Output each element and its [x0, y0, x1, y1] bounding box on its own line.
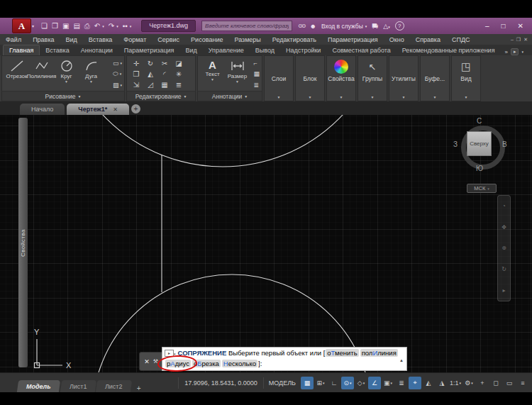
status-isolate-objects-icon[interactable]: ◻	[489, 377, 502, 389]
viewcube-face-top[interactable]: Сверху	[467, 131, 492, 156]
status-status-menu-icon[interactable]: ≡	[516, 377, 529, 389]
search-input[interactable]	[201, 21, 292, 31]
tool-scale-icon[interactable]: ◿	[148, 81, 153, 89]
panel-clipboard-expand-icon[interactable]: ▼	[433, 95, 437, 99]
status-customization-icon[interactable]: +	[476, 377, 489, 389]
mtext-icon[interactable]: ≣	[253, 82, 259, 89]
status-ortho-icon[interactable]: ∟	[328, 377, 340, 389]
ucs-badge[interactable]: МСК▾	[467, 184, 497, 193]
ribbon-tab-управление[interactable]: Управление	[203, 45, 250, 55]
maximize-button[interactable]: □	[501, 22, 506, 30]
app-logo[interactable]: A	[12, 18, 31, 33]
status-dynamic-input-icon[interactable]: ⌖	[409, 377, 421, 389]
ribbon-tab-вставка[interactable]: Вставка	[40, 45, 74, 55]
panel-utilities[interactable]: Утилиты▼	[389, 55, 419, 101]
command-option-отменить[interactable]: оТменить	[326, 349, 358, 357]
tool-stretch-icon[interactable]: ⇲	[133, 81, 139, 89]
status-annotation-autoscale-icon[interactable]: ◮	[436, 377, 448, 389]
ribbon-tab-рекомендованные приложения[interactable]: Рекомендованные приложения	[397, 45, 501, 55]
help-icon[interactable]: ?	[395, 21, 404, 30]
menu-вид[interactable]: Вид	[60, 34, 83, 45]
command-option-несколько[interactable]: Несколько	[222, 360, 257, 367]
menu-файл[interactable]: Файл	[0, 34, 27, 45]
panel-block[interactable]: Блок▼	[295, 55, 325, 101]
ribbon-tab-параметризация[interactable]: Параметризация	[118, 45, 180, 55]
orbit-icon[interactable]: ↻	[501, 266, 506, 272]
viewcube-east[interactable]: В	[502, 140, 507, 148]
status-clean-screen-icon[interactable]: ▭	[503, 377, 516, 389]
tool-trim-icon[interactable]: ✂	[162, 60, 167, 67]
status-lineweight-icon[interactable]: ≣	[395, 377, 408, 389]
tool-dimension[interactable]: Размер▼	[225, 57, 250, 91]
exchange-apps-icon[interactable]: △▾	[383, 23, 389, 30]
panel-block-expand-icon[interactable]: ▼	[309, 95, 312, 99]
minimize-button[interactable]: –	[485, 22, 489, 30]
video-dropdown-icon[interactable]: ▾	[521, 50, 523, 54]
status-snap-mode-icon[interactable]: ⊞▾	[314, 377, 327, 389]
menu-формат[interactable]: Формат	[118, 34, 152, 45]
pan-icon[interactable]: ✥	[501, 224, 506, 231]
menu-параметризация[interactable]: Параметризация	[322, 34, 384, 45]
tool-leader[interactable]: ⌐	[253, 60, 260, 67]
tool-explode-icon[interactable]: ✳	[176, 70, 182, 78]
panel-clipboard[interactable]: Буфе...▼	[420, 55, 450, 101]
ribbon-tab-вывод[interactable]: Вывод	[250, 45, 280, 55]
commandline-close-icon[interactable]: ✕	[144, 358, 150, 365]
tool-line[interactable]: Отрезок	[4, 57, 29, 91]
tool-circle[interactable]: Круг▼	[54, 57, 79, 91]
panel-properties-expand-icon[interactable]: ▼	[340, 95, 343, 99]
ribbon-overflow-icon[interactable]: »	[505, 49, 508, 55]
tool-fillet-icon[interactable]: ◜	[163, 70, 166, 78]
save-file-icon[interactable]: ▣	[62, 23, 69, 30]
menu-размеры[interactable]: Размеры	[228, 34, 266, 45]
viewcube-north[interactable]: С	[477, 117, 482, 125]
status-workspace-settings-icon[interactable]: ⚙▾	[462, 377, 475, 389]
save-as-icon[interactable]: ▤	[73, 23, 79, 30]
properties-palette-tab[interactable]: Свойства	[18, 118, 28, 367]
redo-dropdown-icon[interactable]: ▾	[116, 24, 118, 28]
panel-view-expand-icon[interactable]: ▼	[465, 95, 468, 99]
qat-customize-dropdown-icon[interactable]: ▾	[130, 24, 132, 28]
zoom-icon[interactable]: ⊕	[501, 245, 506, 251]
user-icon[interactable]: ☻	[309, 23, 316, 30]
doc-close-button[interactable]: ✕	[523, 37, 528, 43]
cart-icon[interactable]: ⛟	[372, 23, 378, 30]
open-file-icon[interactable]: ❐	[52, 23, 58, 30]
menu-спдс[interactable]: СПДС	[446, 34, 476, 45]
layout-tab-лист2[interactable]: Лист2	[96, 380, 132, 392]
menu-сервис[interactable]: Сервис	[152, 34, 185, 45]
viewcube-west[interactable]: З	[453, 140, 458, 148]
doc-restore-button[interactable]: ❐	[516, 37, 521, 43]
command-history-toggle[interactable]: ▲	[399, 355, 404, 365]
rectangle-icon[interactable]: ▭	[113, 60, 119, 67]
ribbon-tab-надстройки[interactable]: Надстройки	[280, 45, 326, 55]
ribbon-tab-главная[interactable]: Главная	[3, 45, 40, 55]
search-binoculars-icon[interactable]: ⊙⊙	[298, 23, 304, 29]
panel-utilities-expand-icon[interactable]: ▼	[402, 95, 406, 99]
tool-ellipse[interactable]: ⬭▾	[113, 70, 122, 78]
doc-tab-[interactable]: Начало	[20, 104, 65, 115]
tool-offset-icon[interactable]: ≣	[176, 81, 182, 89]
tool-mirror-icon[interactable]: ◭	[148, 70, 153, 78]
showmotion-icon[interactable]: ▸	[502, 287, 505, 294]
panel-layers[interactable]: Слои▼	[264, 55, 294, 101]
panel-groups[interactable]: ↖Группы▼	[358, 55, 387, 101]
status-isodraft-icon[interactable]: ◇▾	[355, 377, 367, 389]
layout-tab-модель[interactable]: Модель	[17, 380, 60, 392]
plot-icon[interactable]: ⎙	[84, 23, 90, 30]
panel-groups-expand-icon[interactable]: ▼	[371, 95, 375, 99]
doc-tab-close-icon[interactable]: ✕	[113, 106, 118, 113]
panel-modify-footer[interactable]: Редактирование▼	[127, 91, 195, 101]
status-object-snap-icon[interactable]: ▣▾	[382, 377, 394, 389]
hatch-icon[interactable]: ▨	[113, 82, 119, 89]
tool-mtext[interactable]: ≣	[253, 82, 260, 89]
commandline-window[interactable]: ▸▾СОПРЯЖЕНИЕ Выберите первый объект или …	[162, 347, 407, 371]
menu-вставка[interactable]: Вставка	[83, 34, 118, 45]
status-grid-icon[interactable]: ▦	[301, 377, 314, 389]
drawing-canvas[interactable]: Y X Свойства Сверху С Ю З В МСК▾ ◔✥⊕↻▸	[0, 115, 532, 372]
tool-rotate-icon[interactable]: ↻	[148, 60, 153, 67]
tool-polyline[interactable]: Полилиния	[29, 57, 54, 91]
status-annotation-scale-icon[interactable]: 1:1▾	[449, 377, 462, 389]
panel-layers-expand-icon[interactable]: ▼	[277, 95, 281, 99]
app-menu-arrow-icon[interactable]: ▾	[32, 23, 34, 28]
